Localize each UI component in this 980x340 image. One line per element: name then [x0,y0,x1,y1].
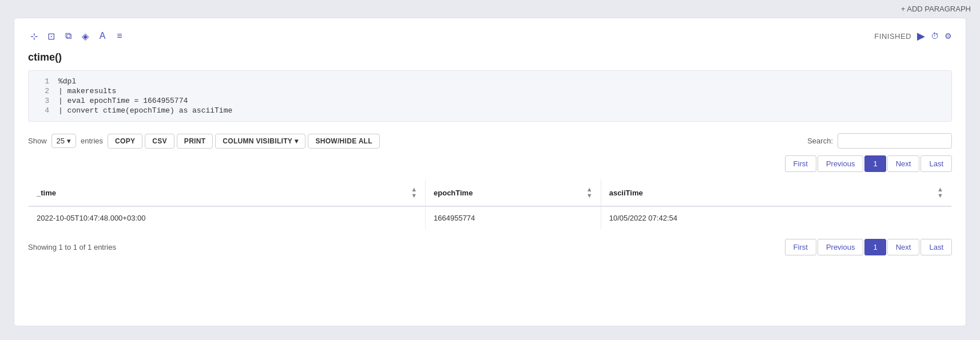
copy-icon[interactable]: ⧉ [62,31,74,41]
col-ascii-label: asciiTime [609,189,643,197]
previous-button-bottom[interactable]: Previous [818,239,864,255]
last-button-top[interactable]: Last [921,155,952,172]
table-controls-right: Search: [807,133,952,149]
code-line-1: 1 %dpl [29,77,951,86]
code-line-4: 4 | convert ctime(epochTime) as asciiTim… [29,106,951,115]
clock-button[interactable]: ⏱ [931,31,939,41]
text-icon[interactable]: A [97,31,108,41]
col-epoch-label: epochTime [434,189,473,197]
col-ascii[interactable]: asciiTime ▲▼ [601,179,951,207]
page-1-button-bottom[interactable]: 1 [864,239,886,255]
table-controls-left: Show 25 ▾ entries COPY CSV PRINT COLUMN … [28,134,380,149]
show-hide-all-button[interactable]: SHOW/HIDE ALL [308,134,379,149]
line-number-2: 2 [35,87,49,95]
search-label: Search: [807,137,833,145]
showing-info: Showing 1 to 1 of 1 entries [28,243,116,251]
main-card: ⊹ ⊡ ⧉ ◈ A ≡ FINISHED ▶ ⏱ ⚙ ctime() 1 %dp… [14,18,966,326]
col-epoch[interactable]: epochTime ▲▼ [426,179,601,207]
copy-button[interactable]: COPY [108,134,142,149]
line-number-1: 1 [35,77,49,86]
pagination-top: First Previous 1 Next Last [28,155,952,172]
next-button-top[interactable]: Next [887,155,920,172]
line-code-4: | convert ctime(epochTime) as asciiTime [58,106,232,115]
column-visibility-button[interactable]: COLUMN VISIBILITY ▾ [215,134,305,149]
table-controls-top: Show 25 ▾ entries COPY CSV PRINT COLUMN … [28,133,952,149]
table-footer: Showing 1 to 1 of 1 entries First Previo… [28,239,952,255]
cell-ascii: 10/05/2022 07:42:54 [601,206,951,230]
show-label: Show [28,137,47,145]
previous-button-top[interactable]: Previous [818,155,864,172]
run-button[interactable]: ▶ [917,30,925,42]
table-row: 2022-10-05T10:47:48.000+03:00 1664955774… [29,206,952,230]
pagination-bottom: First Previous 1 Next Last [785,239,952,255]
add-paragraph-button[interactable]: + ADD PARAGRAPH [901,5,971,13]
entries-value: 25 [57,137,65,145]
first-button-bottom[interactable]: First [785,239,816,255]
line-number-3: 3 [35,97,49,105]
cell-epoch: 1664955774 [426,206,601,230]
entries-select[interactable]: 25 ▾ [51,134,76,148]
line-code-3: | eval epochTime = 1664955774 [58,97,188,105]
drag-icon[interactable]: ⊹ [28,31,39,42]
code-line-2: 2 | makeresults [29,86,951,96]
chevron-down-icon: ▾ [67,137,71,145]
sort-icon-epoch: ▲▼ [586,186,593,199]
print-button[interactable]: PRINT [177,134,213,149]
status-label: FINISHED [874,32,911,41]
cell-time: 2022-10-05T10:47:48.000+03:00 [29,206,426,230]
toolbar-left: ⊹ ⊡ ⧉ ◈ A ≡ [28,31,125,42]
col-time-label: _time [37,189,56,197]
code-line-3: 3 | eval epochTime = 1664955774 [29,96,951,106]
function-title: ctime() [28,51,952,63]
toolbar-right: FINISHED ▶ ⏱ ⚙ [874,30,952,42]
action-buttons: COPY CSV PRINT COLUMN VISIBILITY ▾ SHOW/… [108,134,380,149]
last-button-bottom[interactable]: Last [921,239,952,255]
col-time[interactable]: _time ▲▼ [29,179,426,207]
code-block: 1 %dpl 2 | makeresults 3 | eval epochTim… [28,70,952,122]
toolbar: ⊹ ⊡ ⧉ ◈ A ≡ FINISHED ▶ ⏱ ⚙ [28,30,952,42]
sort-icon-ascii: ▲▼ [937,186,943,199]
col-vis-chevron-icon: ▾ [295,137,298,145]
line-number-4: 4 [35,106,49,115]
save-icon[interactable]: ⊡ [45,31,57,42]
search-input[interactable] [838,133,952,149]
data-table: _time ▲▼ epochTime ▲▼ asciiTime ▲▼ [28,179,952,230]
first-button-top[interactable]: First [785,155,816,172]
page-1-button-top[interactable]: 1 [864,155,886,172]
csv-button[interactable]: CSV [145,134,174,149]
gear-button[interactable]: ⚙ [945,31,952,41]
sort-icon-time: ▲▼ [411,186,417,199]
line-code-2: | makeresults [58,87,116,95]
entries-label: entries [81,137,103,145]
paint-icon[interactable]: ◈ [80,31,91,42]
list-icon[interactable]: ≡ [114,31,125,41]
line-code-1: %dpl [58,77,76,86]
top-bar: + ADD PARAGRAPH [0,0,980,18]
table-header-row: _time ▲▼ epochTime ▲▼ asciiTime ▲▼ [29,179,952,207]
next-button-bottom[interactable]: Next [887,239,920,255]
